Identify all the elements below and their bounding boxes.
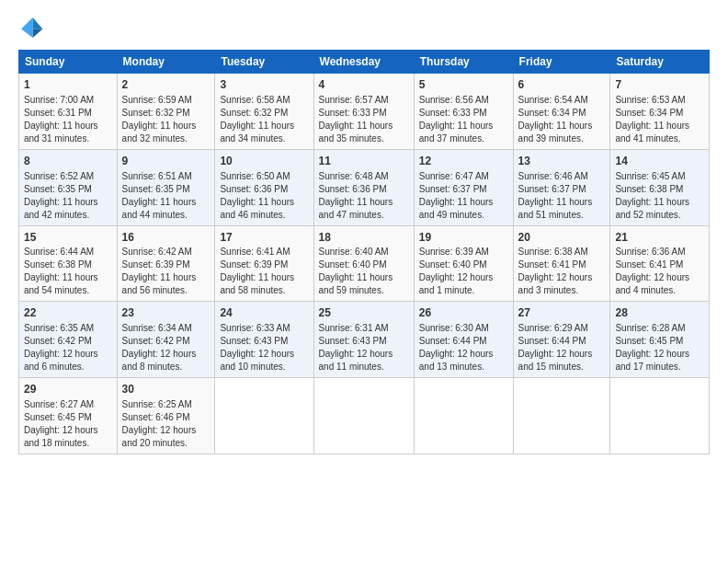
sunrise-text: Sunrise: 6:51 AM <box>122 170 210 183</box>
sunset-text: Sunset: 6:46 PM <box>122 411 210 424</box>
day-number: 4 <box>319 77 409 93</box>
day-number: 27 <box>518 305 606 321</box>
sunset-text: Sunset: 6:40 PM <box>319 259 409 271</box>
calendar-cell: 7Sunrise: 6:53 AMSunset: 6:34 PMDaylight… <box>610 74 710 150</box>
day-number: 25 <box>319 305 409 321</box>
sunrise-text: Sunrise: 6:31 AM <box>319 322 409 335</box>
weekday-header-thursday: Thursday <box>414 51 513 74</box>
calendar-cell: 23Sunrise: 6:34 AMSunset: 6:42 PMDayligh… <box>117 302 215 378</box>
sunrise-text: Sunrise: 6:41 AM <box>220 246 308 259</box>
daylight-text: Daylight: 11 hours and 41 minutes. <box>615 120 704 145</box>
sunset-text: Sunset: 6:31 PM <box>24 107 112 120</box>
daylight-text: Daylight: 12 hours and 11 minutes. <box>319 348 409 373</box>
calendar-cell: 25Sunrise: 6:31 AMSunset: 6:43 PMDayligh… <box>313 302 414 378</box>
daylight-text: Daylight: 11 hours and 37 minutes. <box>419 120 508 145</box>
sunrise-text: Sunrise: 6:27 AM <box>24 398 112 411</box>
calendar-cell: 20Sunrise: 6:38 AMSunset: 6:41 PMDayligh… <box>513 225 610 302</box>
weekday-header-sunday: Sunday <box>19 51 118 74</box>
sunset-text: Sunset: 6:32 PM <box>122 107 210 120</box>
daylight-text: Daylight: 11 hours and 31 minutes. <box>24 120 112 145</box>
calendar-cell: 12Sunrise: 6:47 AMSunset: 6:37 PMDayligh… <box>414 149 513 225</box>
sunset-text: Sunset: 6:39 PM <box>122 259 210 271</box>
sunrise-text: Sunrise: 6:44 AM <box>24 246 112 259</box>
sunrise-text: Sunrise: 6:42 AM <box>122 246 210 259</box>
daylight-text: Daylight: 11 hours and 47 minutes. <box>319 196 409 222</box>
sunrise-text: Sunrise: 6:48 AM <box>319 170 409 183</box>
svg-marker-1 <box>33 29 43 38</box>
daylight-text: Daylight: 11 hours and 59 minutes. <box>319 271 409 297</box>
day-number: 13 <box>518 154 606 169</box>
sunrise-text: Sunrise: 6:58 AM <box>220 94 308 107</box>
day-number: 18 <box>319 230 409 246</box>
sunset-text: Sunset: 6:36 PM <box>220 183 308 196</box>
day-number: 17 <box>220 230 308 246</box>
sunset-text: Sunset: 6:38 PM <box>615 183 704 196</box>
calendar-cell: 19Sunrise: 6:39 AMSunset: 6:40 PMDayligh… <box>414 225 513 302</box>
sunrise-text: Sunrise: 6:33 AM <box>220 322 308 335</box>
day-number: 19 <box>419 230 508 246</box>
weekday-header-friday: Friday <box>513 51 610 74</box>
sunrise-text: Sunrise: 6:34 AM <box>122 322 210 335</box>
sunrise-text: Sunrise: 6:39 AM <box>419 246 508 259</box>
sunset-text: Sunset: 6:41 PM <box>615 259 704 271</box>
calendar-cell: 27Sunrise: 6:29 AMSunset: 6:44 PMDayligh… <box>513 302 610 378</box>
sunrise-text: Sunrise: 6:38 AM <box>518 246 606 259</box>
header <box>18 15 710 40</box>
sunrise-text: Sunrise: 6:57 AM <box>319 94 409 107</box>
day-number: 30 <box>122 382 210 397</box>
daylight-text: Daylight: 11 hours and 56 minutes. <box>122 271 210 297</box>
daylight-text: Daylight: 11 hours and 46 minutes. <box>220 196 308 222</box>
sunset-text: Sunset: 6:34 PM <box>518 107 606 120</box>
day-number: 28 <box>615 305 704 321</box>
calendar-cell: 13Sunrise: 6:46 AMSunset: 6:37 PMDayligh… <box>513 149 610 225</box>
calendar-cell <box>215 378 313 454</box>
sunset-text: Sunset: 6:33 PM <box>419 107 508 120</box>
sunset-text: Sunset: 6:44 PM <box>518 335 606 348</box>
daylight-text: Daylight: 12 hours and 15 minutes. <box>518 348 606 373</box>
weekday-header-monday: Monday <box>117 51 215 74</box>
sunset-text: Sunset: 6:32 PM <box>220 107 308 120</box>
calendar-cell: 29Sunrise: 6:27 AMSunset: 6:45 PMDayligh… <box>19 378 118 454</box>
calendar-cell: 16Sunrise: 6:42 AMSunset: 6:39 PMDayligh… <box>117 225 215 302</box>
day-number: 26 <box>419 305 508 321</box>
day-number: 15 <box>24 230 112 246</box>
daylight-text: Daylight: 11 hours and 44 minutes. <box>122 196 210 222</box>
calendar-cell: 3Sunrise: 6:58 AMSunset: 6:32 PMDaylight… <box>215 74 313 150</box>
day-number: 6 <box>518 77 606 93</box>
daylight-text: Daylight: 12 hours and 3 minutes. <box>518 271 606 297</box>
daylight-text: Daylight: 12 hours and 13 minutes. <box>419 348 508 373</box>
sunset-text: Sunset: 6:45 PM <box>24 411 112 424</box>
weekday-header-wednesday: Wednesday <box>313 51 414 74</box>
calendar-cell: 15Sunrise: 6:44 AMSunset: 6:38 PMDayligh… <box>19 225 118 302</box>
day-number: 1 <box>24 77 112 93</box>
day-number: 16 <box>122 230 210 246</box>
daylight-text: Daylight: 12 hours and 6 minutes. <box>24 348 112 373</box>
sunrise-text: Sunrise: 6:50 AM <box>220 170 308 183</box>
sunset-text: Sunset: 6:36 PM <box>319 183 409 196</box>
sunrise-text: Sunrise: 6:35 AM <box>24 322 112 335</box>
svg-marker-2 <box>21 17 32 38</box>
sunset-text: Sunset: 6:41 PM <box>518 259 606 271</box>
logo <box>18 15 48 40</box>
calendar-cell: 9Sunrise: 6:51 AMSunset: 6:35 PMDaylight… <box>117 149 215 225</box>
day-number: 14 <box>615 154 704 169</box>
daylight-text: Daylight: 12 hours and 17 minutes. <box>615 348 704 373</box>
sunset-text: Sunset: 6:34 PM <box>615 107 704 120</box>
weekday-header-saturday: Saturday <box>610 51 710 74</box>
calendar-cell: 1Sunrise: 7:00 AMSunset: 6:31 PMDaylight… <box>19 74 118 150</box>
sunrise-text: Sunrise: 6:56 AM <box>419 94 508 107</box>
calendar-cell: 4Sunrise: 6:57 AMSunset: 6:33 PMDaylight… <box>313 74 414 150</box>
sunset-text: Sunset: 6:37 PM <box>518 183 606 196</box>
calendar-cell: 11Sunrise: 6:48 AMSunset: 6:36 PMDayligh… <box>313 149 414 225</box>
day-number: 20 <box>518 230 606 246</box>
calendar-cell: 24Sunrise: 6:33 AMSunset: 6:43 PMDayligh… <box>215 302 313 378</box>
calendar-cell <box>313 378 414 454</box>
daylight-text: Daylight: 11 hours and 49 minutes. <box>419 196 508 222</box>
calendar-cell: 14Sunrise: 6:45 AMSunset: 6:38 PMDayligh… <box>610 149 710 225</box>
sunrise-text: Sunrise: 6:46 AM <box>518 170 606 183</box>
sunset-text: Sunset: 6:45 PM <box>615 335 704 348</box>
day-number: 11 <box>319 154 409 169</box>
day-number: 2 <box>122 77 210 93</box>
day-number: 12 <box>419 154 508 169</box>
daylight-text: Daylight: 12 hours and 20 minutes. <box>122 424 210 450</box>
